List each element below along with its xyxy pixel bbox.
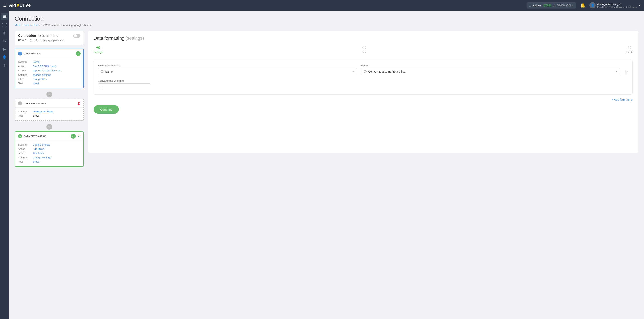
sidebar-item-home[interactable]: ⊞ [1, 13, 8, 20]
delete-row-button[interactable]: 🗑 [624, 70, 628, 74]
step2-test: check [32, 114, 40, 117]
copy-icon[interactable]: ⎘ [53, 34, 54, 38]
step1-box: 1 DATA SOURCE ✓ SystemEcwid ActionGet OR… [15, 49, 84, 88]
sidebar-item-billing[interactable]: $ [1, 29, 8, 37]
bell-icon[interactable]: 🔔 [580, 3, 585, 8]
step2-settings[interactable]: change settings [32, 110, 53, 113]
plus-button-2[interactable]: + [46, 124, 52, 130]
logo-x: X [16, 3, 20, 8]
step3-header: 3 DATA DESTINATION ✓ 🗑 [15, 132, 84, 141]
action-label: Action [361, 64, 620, 67]
concat-group: Concatenate by string [98, 79, 151, 90]
step2-box: 2 DATA FORMATTING 🗑 Settingschange setti… [15, 99, 84, 121]
prog-dot-finish [628, 46, 631, 50]
form-row-main: Field for formatting Name ▼ Action [98, 64, 628, 75]
logo-drive: Drive [19, 3, 30, 8]
field-label: Field for formatting [98, 64, 357, 67]
continue-button[interactable]: Continue [94, 105, 119, 114]
prog-dot-test [362, 46, 366, 50]
actions-of: of [553, 4, 555, 7]
connection-subtext: ECWID -> (data formatting, google sheets… [18, 39, 80, 42]
step1-settings[interactable]: change settings [32, 73, 51, 76]
breadcrumb-connections[interactable]: Connections [24, 24, 38, 27]
step3-check: ✓ [71, 134, 76, 139]
actions-label: Actions: [532, 4, 542, 7]
add-formatting-link[interactable]: + Add formatting [94, 98, 632, 101]
step2-label: DATA FORMATTING [24, 102, 46, 105]
hamburger-icon[interactable]: ☰ [3, 3, 6, 8]
step1-rows: SystemEcwid ActionGet ORDERS (new) Acces… [15, 58, 84, 88]
circle-dot-icon [100, 70, 104, 73]
prog-label-finish: Finish [626, 51, 632, 54]
field-select-value: Name [105, 70, 112, 73]
actions-count: 25'161 [544, 4, 551, 7]
action-group: Action Convert to a string from a list ▼ [361, 64, 620, 75]
connection-id: (ID: 39262) [37, 34, 51, 38]
action-circle-icon [364, 70, 367, 73]
logo: APIXDrive [9, 3, 30, 8]
step2-rows: Settingschange settings Testcheck [15, 108, 84, 120]
user-area[interactable]: 👤 demo_apix-drive_s2 Plan | Start | left… [590, 2, 641, 8]
breadcrumb: Main / Connections / ECWID -> (data form… [15, 24, 638, 27]
step1-check: ✓ [76, 51, 81, 56]
plus-button-1[interactable]: + [46, 92, 52, 97]
actions-pct: (50%) [566, 4, 573, 7]
step3-delete[interactable]: 🗑 [77, 134, 81, 138]
prog-label-test: Test [362, 51, 366, 54]
main-content: Connection Main / Connections / ECWID ->… [9, 10, 644, 319]
user-plan: Plan | Start | left until payment 359 da… [597, 6, 637, 8]
step1-label: DATA SOURCE [24, 52, 41, 55]
page-title: Connection [15, 16, 638, 22]
panel-title: Data formatting (settings) [94, 36, 632, 41]
concat-input[interactable] [98, 84, 151, 90]
sidebar-item-cases[interactable]: 🗂 [1, 38, 8, 45]
prog-step-settings: Settings [94, 46, 102, 54]
field-select[interactable]: Name ▼ [98, 68, 357, 75]
progress-steps: Settings Test Finish [94, 46, 632, 54]
plus-connector-1: + [15, 92, 84, 97]
prog-line-1 [102, 48, 362, 48]
step1-action[interactable]: Get ORDERS (new) [32, 65, 56, 68]
logo-api: API [9, 3, 16, 8]
step3-action[interactable]: Add ROW [32, 148, 44, 150]
step3-access[interactable]: Tina User [32, 152, 44, 155]
action-select[interactable]: Convert to a string from a list ▼ [361, 68, 620, 75]
step1-header: 1 DATA SOURCE ✓ [15, 49, 84, 58]
sidebar-item-grid[interactable]: ⋮⋮ [1, 21, 8, 28]
field-for-formatting-group: Field for formatting Name ▼ [98, 64, 357, 75]
step3-num: 3 [18, 134, 22, 138]
breadcrumb-sep2: / [40, 24, 40, 27]
concat-label: Concatenate by string [98, 79, 151, 82]
step2-delete[interactable]: 🗑 [77, 102, 81, 105]
step3-test[interactable]: check [32, 160, 40, 163]
sidebar-item-play[interactable]: ▶ [1, 46, 8, 53]
plus-connector-2: + [15, 124, 84, 130]
gear-icon[interactable]: ⚙ [56, 34, 59, 38]
breadcrumb-main[interactable]: Main [15, 24, 20, 27]
step2-header: 2 DATA FORMATTING 🗑 [15, 99, 84, 108]
content-layout: Connection (ID: 39262) ⎘ ⚙ ECWID -> (dat… [15, 31, 638, 170]
step3-box: 3 DATA DESTINATION ✓ 🗑 SystemGoogle Shee… [15, 131, 84, 167]
breadcrumb-current: ECWID -> (data formatting, google sheets… [42, 24, 92, 27]
step1-num: 1 [18, 52, 22, 56]
step1-system[interactable]: Ecwid [32, 60, 40, 64]
step1-filter[interactable]: change filter [32, 78, 47, 80]
action-select-value: Convert to a string from a list [368, 70, 405, 73]
action-chevron-icon: ▼ [615, 70, 618, 73]
prog-label-settings: Settings [94, 51, 102, 54]
actions-total: 50'000 [557, 4, 565, 7]
step1-access[interactable]: support@apix-drive.com [32, 69, 61, 72]
sidebar-item-help[interactable]: ? [1, 62, 8, 69]
user-name: demo_apix-drive_s2 [597, 3, 637, 6]
step3-settings[interactable]: change settings [32, 156, 51, 159]
sidebar-item-profile[interactable]: 👤 [1, 54, 8, 61]
prog-step-test: Test [362, 46, 366, 54]
toggle-switch[interactable] [73, 34, 80, 38]
prog-line-2 [366, 48, 626, 48]
sidebar: ⊞ ⋮⋮ $ 🗂 ▶ 👤 ? [0, 10, 9, 319]
step1-test[interactable]: check [32, 82, 40, 85]
prog-step-finish: Finish [626, 46, 632, 54]
avatar: 👤 [590, 2, 596, 8]
formatting-container: Field for formatting Name ▼ Action [94, 60, 632, 95]
step3-system[interactable]: Google Sheets [32, 143, 50, 146]
